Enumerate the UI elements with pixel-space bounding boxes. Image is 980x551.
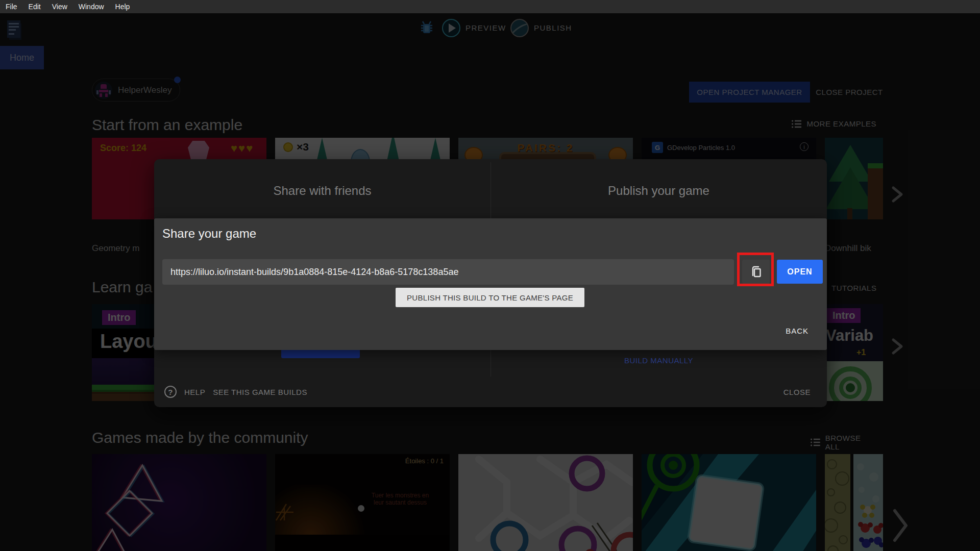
menu-window[interactable]: Window: [73, 3, 110, 11]
share-url: https://liluo.io/instant-builds/9b1a0884…: [170, 267, 458, 278]
menu-file[interactable]: File: [0, 3, 23, 11]
menu-bar: File Edit View Window Help: [0, 0, 980, 13]
gdevelop-window: File Edit View Window Help PREVIEW PUBLI…: [0, 0, 980, 551]
menu-help[interactable]: Help: [110, 3, 136, 11]
menu-view[interactable]: View: [46, 3, 73, 11]
menu-edit[interactable]: Edit: [23, 3, 46, 11]
back-button[interactable]: BACK: [786, 327, 808, 335]
annotation-highlight-box: [737, 253, 774, 286]
share-your-game-panel: Share your game https://liluo.io/instant…: [154, 218, 827, 350]
panel-title: Share your game: [162, 227, 256, 241]
open-link-button[interactable]: OPEN: [777, 260, 823, 284]
publish-build-button[interactable]: PUBLISH THIS BUILD TO THE GAME'S PAGE: [396, 288, 584, 307]
share-url-field[interactable]: https://liluo.io/instant-builds/9b1a0884…: [162, 259, 734, 285]
